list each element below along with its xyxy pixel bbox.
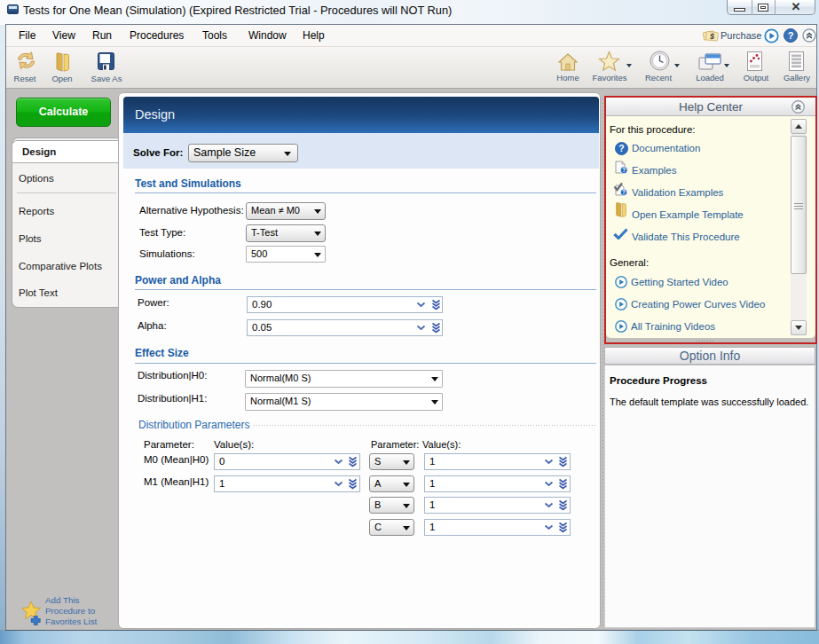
svg-text:?: ? [622, 189, 626, 195]
svg-text:?: ? [622, 167, 626, 173]
svg-text:$: $ [709, 32, 715, 41]
svg-text:?: ? [618, 143, 624, 153]
